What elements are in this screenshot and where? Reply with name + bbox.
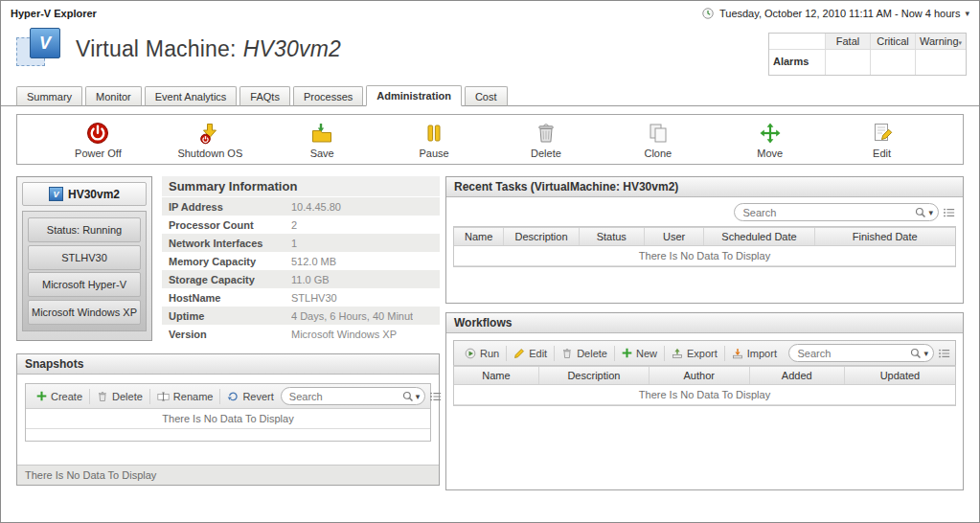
- col-description[interactable]: Description: [504, 228, 579, 245]
- main-content: V HV30vm2 Status: Running STLHV30 Micros…: [1, 176, 979, 490]
- edit-workflow-button[interactable]: Edit: [507, 346, 555, 361]
- alarm-count-warning[interactable]: [915, 50, 966, 75]
- revert-icon: [227, 391, 239, 402]
- tab-event-analytics[interactable]: Event Analytics: [145, 86, 238, 106]
- list-options-icon[interactable]: [943, 207, 956, 218]
- action-label: Shutdown OS: [177, 148, 242, 159]
- pause-button[interactable]: Pause: [378, 122, 490, 159]
- action-label: Move: [757, 148, 783, 159]
- vm-name: HV30vm2: [243, 36, 341, 61]
- col-name[interactable]: Name: [454, 367, 539, 384]
- col-description[interactable]: Description: [539, 367, 650, 384]
- snapshots-title: Snapshots: [17, 354, 439, 375]
- list-options-icon[interactable]: [429, 391, 443, 402]
- col-finished-date[interactable]: Finished Date: [815, 228, 955, 245]
- action-label: Clone: [644, 148, 672, 159]
- search-input[interactable]: [742, 207, 915, 218]
- power-off-button[interactable]: Power Off: [42, 122, 154, 159]
- col-status[interactable]: Status: [580, 228, 645, 245]
- search-input[interactable]: [289, 391, 402, 402]
- vm-host[interactable]: STLHV30: [28, 245, 141, 270]
- shutdown-os-button[interactable]: Shutdown OS: [154, 122, 266, 159]
- snapshots-search: ▾: [281, 387, 426, 405]
- vm-mini-icon: V: [49, 187, 63, 201]
- workflows-header-row: Name Description Author Added Updated: [454, 366, 955, 385]
- rename-icon: [157, 391, 170, 402]
- new-workflow-button[interactable]: New: [615, 346, 665, 361]
- list-options-icon[interactable]: [938, 348, 951, 359]
- revert-snapshot-button[interactable]: Revert: [220, 389, 280, 404]
- tab-cost[interactable]: Cost: [465, 86, 508, 106]
- summary-row-uptime: Uptime4 Days, 6 Hours, 40 Minut: [162, 307, 440, 325]
- workflows-empty-message: There Is No Data To Display: [454, 385, 955, 405]
- alarms-col-warning: Warning▾: [915, 34, 966, 50]
- recent-tasks-body: ▾ Name Description Status User Scheduled…: [446, 197, 963, 273]
- col-name[interactable]: Name: [454, 228, 504, 245]
- clock-icon: [701, 7, 715, 20]
- search-input[interactable]: [797, 348, 910, 359]
- col-author[interactable]: Author: [650, 367, 750, 384]
- page-title: Virtual Machine:HV30vm2: [76, 36, 341, 62]
- clone-button[interactable]: Clone: [602, 122, 714, 159]
- col-scheduled-date[interactable]: Scheduled Date: [704, 228, 814, 245]
- vm-status: Status: Running: [28, 217, 141, 242]
- vm-action-toolbar: Power Off Shutdown OS Save Pause Delete …: [16, 114, 964, 165]
- snapshots-toolbar: Create Delete Rename: [26, 384, 430, 409]
- vm-icon-logo: V: [30, 28, 60, 58]
- col-updated[interactable]: Updated: [845, 367, 955, 384]
- alarms-header-row: Fatal Critical Warning▾: [769, 34, 966, 50]
- plus-icon: [622, 348, 632, 358]
- move-button[interactable]: Move: [714, 122, 826, 159]
- summary-row-hostname: HostNameSTLHV30: [162, 288, 440, 307]
- tab-faqts[interactable]: FAQts: [239, 86, 290, 106]
- run-workflow-button[interactable]: Run: [458, 346, 507, 361]
- action-label: Pause: [419, 148, 448, 159]
- save-button[interactable]: Save: [266, 122, 378, 159]
- col-user[interactable]: User: [645, 228, 705, 245]
- hyperv-explorer-page: Hyper-V Explorer Tuesday, October 12, 20…: [0, 0, 980, 523]
- shutdown-os-icon: [198, 122, 221, 145]
- tab-monitor[interactable]: Monitor: [85, 86, 142, 106]
- delete-button[interactable]: Delete: [490, 122, 603, 159]
- summary-row-processors: Processor Count2: [162, 216, 440, 234]
- search-options-caret[interactable]: ▾: [928, 208, 933, 217]
- alarm-count-fatal[interactable]: [825, 50, 870, 75]
- action-label: Edit: [873, 148, 891, 159]
- run-icon: [465, 348, 476, 359]
- workflows-body: Run Edit Delete New: [446, 333, 963, 413]
- tab-bar: Summary Monitor Event Analytics FAQts Pr…: [1, 80, 979, 106]
- snapshots-body: Create Delete Rename: [17, 375, 439, 442]
- search-options-caret[interactable]: ▾: [923, 349, 928, 358]
- tab-processes[interactable]: Processes: [293, 86, 363, 106]
- rename-snapshot-button[interactable]: Rename: [150, 389, 221, 404]
- workflows-toolbar: Run Edit Delete New: [453, 340, 956, 365]
- trash-icon: [535, 122, 558, 145]
- tab-administration[interactable]: Administration: [366, 85, 462, 106]
- summary-row-ip: IP Address10.4.45.80: [162, 197, 440, 216]
- delete-workflow-button[interactable]: Delete: [555, 346, 615, 361]
- col-added[interactable]: Added: [750, 367, 845, 384]
- vm-card-body: Status: Running STLHV30 Microsoft Hyper-…: [22, 211, 147, 331]
- pause-icon: [422, 122, 445, 145]
- export-icon: [672, 348, 683, 359]
- alarm-count-critical[interactable]: [870, 50, 915, 75]
- clone-icon: [647, 122, 670, 145]
- delete-snapshot-button[interactable]: Delete: [90, 389, 150, 404]
- time-range-selector[interactable]: Tuesday, October 12, 2010 11:11 AM - Now…: [701, 7, 969, 20]
- chevron-down-icon[interactable]: ▾: [965, 9, 969, 18]
- page-title-prefix: Virtual Machine:: [76, 36, 237, 61]
- right-column: Recent Tasks (VirtualMachine: HV30vm2) ▾…: [445, 176, 964, 490]
- alarms-col-fatal: Fatal: [825, 34, 870, 50]
- vm-card-header: V HV30vm2: [22, 182, 147, 206]
- summary-row-memory: Memory Capacity512.0 MB: [162, 252, 440, 270]
- search-icon[interactable]: [915, 207, 926, 218]
- search-options-caret[interactable]: ▾: [416, 392, 421, 401]
- export-workflow-button[interactable]: Export: [665, 346, 725, 361]
- create-snapshot-button[interactable]: Create: [30, 389, 90, 404]
- summary-title: Summary Information: [162, 176, 440, 196]
- import-workflow-button[interactable]: Import: [725, 346, 784, 361]
- search-icon[interactable]: [402, 391, 414, 402]
- tab-summary[interactable]: Summary: [16, 86, 82, 106]
- edit-button[interactable]: Edit: [826, 122, 938, 159]
- search-icon[interactable]: [910, 348, 922, 359]
